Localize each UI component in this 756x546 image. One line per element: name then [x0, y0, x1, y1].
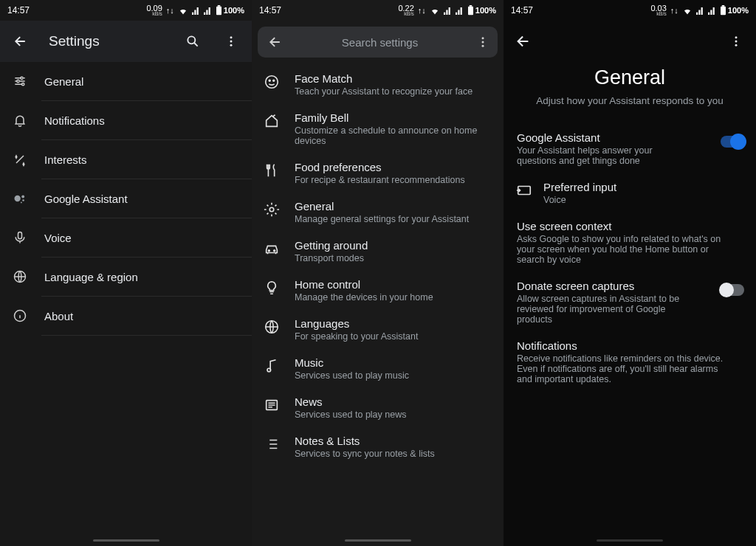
battery-pct: 100%	[728, 6, 749, 15]
settings-item-label: General	[44, 75, 83, 88]
svg-rect-17	[470, 5, 472, 7]
svg-point-34	[735, 44, 738, 46]
svg-rect-0	[216, 7, 221, 15]
item-title: Languages	[295, 317, 418, 330]
item-subtitle: Teach your Assistant to recognize your f…	[295, 86, 472, 97]
signal-icon	[456, 6, 464, 15]
toggle-donate-captures[interactable]	[721, 284, 744, 296]
item-title: General	[295, 200, 469, 212]
status-bar: 14:57 0.22kB/s ↑↓ 100%	[252, 0, 504, 21]
item-title: Family Bell	[295, 111, 479, 124]
item-google-assistant[interactable]: Google AssistantYour Assistant helps ans…	[504, 124, 756, 173]
general-header	[504, 21, 756, 62]
assistant-icon	[12, 191, 28, 206]
back-button[interactable]	[10, 34, 31, 49]
net-speed-unit: kB/s	[152, 12, 162, 15]
back-button[interactable]	[512, 33, 535, 49]
battery-indicator: 100%	[216, 5, 244, 15]
general-list: Google AssistantYour Assistant helps ans…	[504, 124, 756, 392]
item-notes-lists[interactable]: Notes & ListsServices to sync your notes…	[252, 427, 504, 466]
signal-icon	[696, 6, 704, 15]
signal-icon	[204, 6, 212, 15]
more-button[interactable]	[221, 35, 241, 48]
item-subtitle: Transport modes	[295, 253, 368, 263]
phone-general-settings: 14:57 0.03kB/s ↑↓ 100% General Adjust ho…	[504, 0, 756, 546]
car-icon	[262, 239, 281, 257]
signal-icon	[192, 6, 200, 15]
item-title: Google Assistant	[517, 131, 710, 144]
updown-icon: ↑↓	[670, 6, 678, 15]
wifi-icon	[682, 5, 693, 15]
item-subtitle: Services used to play music	[295, 370, 409, 381]
item-music[interactable]: MusicServices used to play music	[252, 349, 504, 388]
item-use-screen-context[interactable]: Use screen contextAsks Google to show yo…	[504, 212, 756, 272]
more-button[interactable]	[474, 35, 492, 49]
item-subtitle: For recipe & restaurant recommendations	[295, 175, 465, 185]
wand-icon	[12, 152, 28, 167]
status-time: 14:57	[511, 5, 533, 15]
settings-item-interests[interactable]: Interests	[0, 140, 252, 179]
item-general[interactable]: GeneralManage general settings for your …	[252, 193, 504, 232]
item-getting-around[interactable]: Getting aroundTransport modes	[252, 232, 504, 271]
svg-point-12	[21, 202, 22, 204]
search-bar[interactable]: Search settings	[258, 27, 498, 58]
item-title: Food preferences	[295, 161, 465, 173]
svg-point-32	[735, 36, 738, 38]
settings-item-language-region[interactable]: Language & region	[0, 258, 252, 296]
more-button[interactable]	[725, 35, 747, 48]
item-subtitle: Receive notifications like reminders on …	[517, 353, 724, 384]
svg-point-22	[269, 80, 270, 81]
svg-rect-13	[18, 232, 22, 239]
svg-rect-30	[721, 7, 726, 15]
net-speed-unit: kB/s	[656, 12, 667, 15]
svg-point-28	[267, 368, 271, 372]
item-notifications[interactable]: NotificationsReceive notifications like …	[504, 332, 756, 392]
item-title: News	[295, 395, 406, 408]
phone-assistant-settings: 14:57 0.22kB/s ↑↓ 100% Search settings F…	[252, 0, 504, 546]
item-family-bell[interactable]: Family BellCustomize a schedule to annou…	[252, 104, 504, 153]
item-subtitle: Customize a schedule to announce on home…	[295, 125, 479, 146]
item-title: Use screen context	[517, 220, 744, 232]
signal-icon	[444, 6, 452, 15]
svg-point-18	[482, 37, 484, 39]
item-subtitle: Manage general settings for your Assista…	[295, 214, 469, 224]
item-languages[interactable]: LanguagesFor speaking to your Assistant	[252, 310, 504, 349]
item-subtitle: For speaking to your Assistant	[295, 331, 418, 342]
svg-point-10	[21, 196, 24, 198]
svg-point-24	[269, 207, 274, 212]
svg-point-23	[273, 80, 275, 81]
page-title: Settings	[49, 33, 165, 49]
item-food-preferences[interactable]: Food preferencesFor recipe & restaurant …	[252, 153, 504, 193]
item-home-control[interactable]: Home controlManage the devices in your h…	[252, 271, 504, 310]
svg-point-7	[17, 80, 19, 82]
item-title: Preferred input	[543, 181, 744, 193]
svg-point-3	[230, 36, 233, 38]
home-indicator[interactable]	[597, 539, 663, 542]
item-news[interactable]: NewsServices used to play news	[252, 388, 504, 427]
settings-item-label: Notifications	[44, 114, 105, 127]
item-face-match[interactable]: Face MatchTeach your Assistant to recogn…	[252, 65, 504, 104]
wifi-icon	[430, 5, 440, 15]
settings-item-voice[interactable]: Voice	[0, 218, 252, 257]
status-bar: 14:57 0.03kB/s ↑↓ 100%	[504, 0, 756, 21]
settings-item-google-assistant[interactable]: Google Assistant	[0, 179, 252, 218]
home-indicator[interactable]	[345, 539, 411, 542]
item-donate-screen-captures[interactable]: Donate screen capturesAllow screen captu…	[504, 272, 756, 332]
music-note-icon	[262, 356, 281, 374]
settings-item-general[interactable]: General	[0, 62, 252, 100]
search-button[interactable]	[182, 34, 203, 49]
svg-point-8	[22, 83, 24, 86]
settings-header: Settings	[0, 21, 252, 62]
home-indicator[interactable]	[93, 539, 159, 542]
settings-item-notifications[interactable]: Notifications	[0, 101, 252, 139]
status-time: 14:57	[259, 5, 281, 15]
back-button[interactable]	[265, 35, 286, 49]
list-icon	[262, 435, 281, 452]
item-title: Face Match	[295, 72, 472, 85]
settings-item-about[interactable]: About	[0, 297, 252, 335]
svg-rect-31	[722, 5, 725, 7]
toggle-google-assistant[interactable]	[721, 136, 744, 148]
item-preferred-input[interactable]: Preferred inputVoice	[504, 173, 756, 212]
net-speed-unit: kB/s	[404, 12, 414, 15]
bell-icon	[12, 113, 28, 128]
